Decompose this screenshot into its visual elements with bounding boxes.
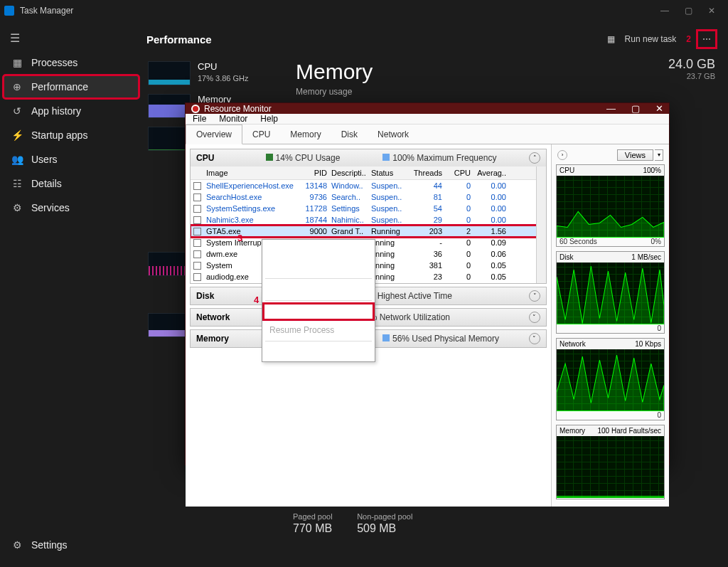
context-menu-item[interactable]: Analyze Wait Chain... bbox=[262, 280, 375, 299]
row-checkbox[interactable] bbox=[193, 194, 201, 201]
perf-tile-label: CPU bbox=[198, 61, 217, 72]
row-pid: 11728 bbox=[299, 204, 331, 213]
users-icon: 👥 bbox=[11, 154, 23, 165]
process-row[interactable]: GTA5.exe9000Grand T..Running20321.56 bbox=[191, 226, 546, 237]
tab-disk[interactable]: Disk bbox=[331, 125, 368, 144]
context-menu-item[interactable]: End Process bbox=[262, 240, 375, 258]
resmon-right-pane: › Views ▾ CPU100%60 Seconds0%Disk1 MB/se… bbox=[551, 144, 669, 507]
close-button[interactable]: ✕ bbox=[708, 6, 715, 16]
tab-network[interactable]: Network bbox=[368, 125, 419, 144]
cpu-freq-label: 100% Maximum Frequency bbox=[392, 153, 496, 163]
hamburger-icon[interactable]: ☰ bbox=[3, 26, 139, 51]
process-row[interactable]: SystemSettings.exe11728SettingsSuspen..5… bbox=[191, 203, 546, 214]
sidebar-item-label: Settings bbox=[31, 539, 68, 551]
processes-icon: ▦ bbox=[11, 57, 23, 68]
collapse-icon[interactable]: ˅ bbox=[529, 312, 540, 323]
row-desc: Window.. bbox=[331, 181, 371, 190]
minimize-button[interactable]: — bbox=[660, 6, 669, 16]
sidebar-item-label: Processes bbox=[31, 57, 77, 68]
sidebar-item-services[interactable]: ⚙Services bbox=[3, 196, 139, 220]
col-pid[interactable]: PID bbox=[299, 169, 331, 177]
cpu-panel-header[interactable]: CPU 14% CPU Usage 100% Maximum Frequency… bbox=[191, 149, 546, 166]
sidebar-item-label: Users bbox=[31, 154, 58, 165]
nonpaged-hdr: Non-paged pool bbox=[357, 512, 412, 521]
row-checkbox[interactable] bbox=[193, 182, 201, 190]
collapse-icon[interactable]: ˅ bbox=[529, 333, 540, 344]
sidebar-item-processes[interactable]: ▦Processes bbox=[3, 51, 139, 75]
row-checkbox[interactable] bbox=[193, 205, 201, 213]
col-status[interactable]: Status bbox=[371, 169, 411, 177]
row-cpu: 0 bbox=[446, 216, 475, 224]
context-menu-item[interactable]: Search Online bbox=[262, 343, 375, 361]
col-cpu[interactable]: CPU bbox=[446, 169, 475, 177]
resmon-maximize-button[interactable]: ▢ bbox=[631, 103, 640, 114]
graph-foot-r: 0 bbox=[657, 324, 661, 332]
row-image: GTA5.exe bbox=[206, 227, 299, 235]
process-row[interactable]: SearchHost.exe9736Search..Suspen..8100.0… bbox=[191, 191, 546, 203]
process-row[interactable]: ShellExperienceHost.exe13148Window..Susp… bbox=[191, 180, 546, 191]
menu-file[interactable]: File bbox=[193, 114, 206, 124]
row-checkbox[interactable] bbox=[193, 239, 201, 247]
row-threads: 381 bbox=[411, 261, 446, 270]
row-checkbox[interactable] bbox=[193, 228, 201, 235]
resmon-titlebar[interactable]: Resource Monitor — ▢ ✕ bbox=[186, 103, 669, 114]
context-menu-item: Resume Process bbox=[262, 321, 375, 339]
row-avg: 0.00 bbox=[475, 216, 510, 224]
graph-foot-r: 0 bbox=[657, 411, 661, 419]
row-cpu: 0 bbox=[446, 272, 475, 281]
menu-monitor[interactable]: Monitor bbox=[219, 114, 247, 124]
col-threads[interactable]: Threads bbox=[411, 169, 446, 177]
sidebar-item-app-history[interactable]: ↺App history bbox=[3, 99, 139, 123]
row-threads: 44 bbox=[411, 181, 446, 190]
row-status: Suspen.. bbox=[371, 181, 411, 190]
row-threads: - bbox=[411, 238, 446, 247]
col-image[interactable]: Image bbox=[206, 169, 299, 177]
sidebar-item-users[interactable]: 👥Users bbox=[3, 147, 139, 171]
paged-value: 770 MB bbox=[293, 522, 332, 534]
menu-help[interactable]: Help bbox=[260, 114, 278, 124]
resmon-close-button[interactable]: ✕ bbox=[655, 103, 663, 114]
row-cpu: 0 bbox=[446, 181, 475, 190]
views-dropdown-icon[interactable]: ▾ bbox=[655, 149, 663, 161]
context-menu-item[interactable]: Suspend Process bbox=[262, 302, 375, 321]
graph-right: 10 Kbps bbox=[635, 340, 661, 348]
task-manager-icon bbox=[4, 6, 14, 16]
row-checkbox[interactable] bbox=[193, 250, 201, 258]
resmon-minimize-button[interactable]: — bbox=[606, 103, 616, 114]
cpu-mini-chart bbox=[148, 61, 191, 85]
row-status: unning bbox=[371, 272, 411, 281]
col-avg[interactable]: Averag.. bbox=[475, 169, 510, 177]
context-menu-item[interactable]: End Process Tree bbox=[262, 258, 375, 277]
row-avg: 0.05 bbox=[475, 261, 510, 270]
paged-hdr: Paged pool bbox=[293, 512, 333, 521]
row-checkbox[interactable] bbox=[193, 216, 201, 224]
sidebar-item-details[interactable]: ☷Details bbox=[3, 171, 139, 196]
run-new-task-button[interactable]: Run new task bbox=[625, 34, 677, 44]
disk-mini-chart bbox=[148, 127, 191, 151]
row-cpu: 0 bbox=[446, 193, 475, 201]
maximize-button[interactable]: ▢ bbox=[685, 6, 692, 16]
more-button[interactable]: ⋯ bbox=[698, 31, 715, 47]
row-checkbox[interactable] bbox=[193, 273, 201, 281]
sidebar-item-startup-apps[interactable]: ⚡Startup apps bbox=[3, 123, 139, 147]
tab-memory[interactable]: Memory bbox=[280, 125, 331, 144]
disk-right-label: 1% Highest Active Time bbox=[363, 291, 452, 301]
sidebar-item-performance[interactable]: ⊕Performance bbox=[3, 75, 139, 99]
sidebar-item-settings[interactable]: ⚙Settings bbox=[3, 533, 139, 557]
row-checkbox[interactable] bbox=[193, 262, 201, 270]
resource-monitor-window: Resource Monitor — ▢ ✕ File Monitor Help… bbox=[185, 102, 670, 465]
cpu-scrollbar[interactable] bbox=[536, 166, 546, 283]
expand-arrow-icon[interactable]: › bbox=[557, 150, 567, 160]
row-status: Suspen.. bbox=[371, 204, 411, 213]
nonpaged-value: 509 MB bbox=[357, 522, 396, 534]
sidebar-item-label: Details bbox=[31, 178, 62, 189]
perf-cpu-tile[interactable]: CPU17% 3.86 GHz bbox=[146, 57, 274, 90]
process-row[interactable]: Nahimic3.exe18744Nahimic..Suspen..2900.0… bbox=[191, 214, 546, 226]
collapse-icon[interactable]: ˅ bbox=[529, 290, 540, 302]
tab-overview[interactable]: Overview bbox=[186, 124, 242, 144]
col-desc[interactable]: Descripti.. bbox=[331, 169, 371, 177]
gear-icon: ⚙ bbox=[11, 539, 23, 551]
views-button[interactable]: Views bbox=[617, 149, 653, 161]
collapse-icon[interactable]: ˄ bbox=[529, 152, 540, 164]
tab-cpu[interactable]: CPU bbox=[242, 125, 280, 144]
